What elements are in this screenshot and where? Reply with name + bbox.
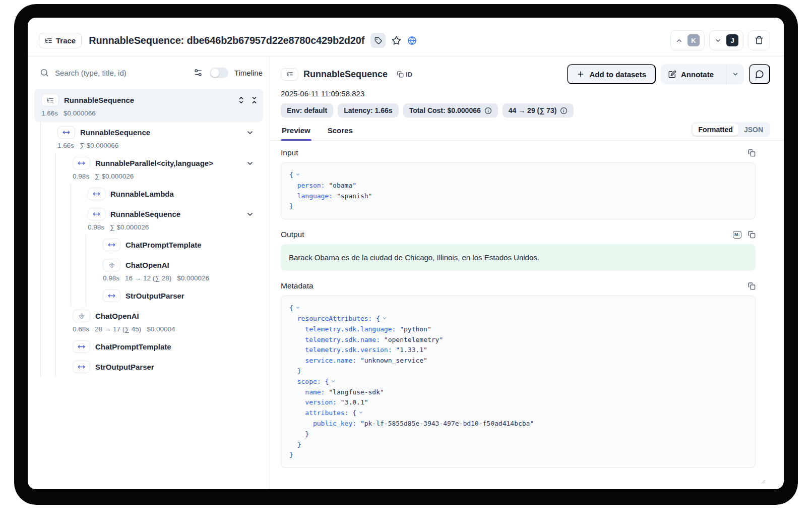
collapse-all-button[interactable] <box>251 96 258 104</box>
id-label: ID <box>406 71 412 78</box>
node-latency: 1.66s <box>57 142 74 149</box>
star-icon <box>392 36 401 45</box>
total-cost-badge[interactable]: Total Cost: $0.000066 <box>403 103 498 118</box>
collapse-node-button[interactable] <box>246 129 254 137</box>
node-name: ChatOpenAI <box>126 261 169 269</box>
tree-node[interactable]: RunnableParallel<city,language> 0.98s ∑ … <box>56 153 263 184</box>
comments-button[interactable] <box>749 64 770 84</box>
next-trace-button[interactable]: J <box>709 30 743 50</box>
node-metrics: 0.98s ∑ $0.000026 <box>73 171 263 181</box>
trace-badge-label: Trace <box>56 36 76 45</box>
chevron-down-icon <box>246 210 254 218</box>
node-metrics: 1.66s $0.000066 <box>41 108 258 118</box>
json-collapse-chevron-icon[interactable] <box>358 408 363 419</box>
output-text: Barack Obama es de la ciudad de Chicago,… <box>281 244 756 271</box>
tree-settings-button[interactable] <box>194 68 203 77</box>
tree-node[interactable]: ChatPromptTemplate <box>86 235 263 255</box>
search-input[interactable] <box>55 69 188 77</box>
tags-button[interactable] <box>370 33 386 48</box>
panel-resize-handle[interactable] <box>759 477 766 486</box>
tree-node[interactable]: RunnableSequence 1.66s ∑ $0.000066 <box>41 122 263 153</box>
json-collapse-chevron-icon[interactable] <box>295 170 300 181</box>
tree-node[interactable]: RunnableLambda <box>71 184 263 204</box>
copy-output-button[interactable] <box>747 230 756 239</box>
tree-node[interactable]: RunnableSequence 0.98s ∑ $0.000026 <box>71 204 263 235</box>
expand-all-button[interactable] <box>237 96 245 104</box>
tree-node[interactable]: ChatOpenAI 0.98s 16 → 12 (∑ 28) $0.00002… <box>86 255 263 285</box>
chevron-down-icon <box>714 37 722 44</box>
tree-node-root[interactable]: RunnableSequence 1.66s $0.000066 <box>34 89 263 122</box>
node-metrics: 0.98s ∑ $0.000026 <box>88 222 263 231</box>
node-latency: 1.66s <box>41 109 58 117</box>
span-icon <box>103 289 120 302</box>
detail-title: RunnableSequence <box>303 69 388 80</box>
span-icon <box>73 157 90 169</box>
collapse-node-button[interactable] <box>246 210 254 218</box>
json-collapse-chevron-icon[interactable] <box>331 377 336 387</box>
env-badge: Env: default <box>281 103 333 118</box>
timeline-label: Timeline <box>234 69 263 77</box>
tab-scores[interactable]: Scores <box>327 123 354 140</box>
node-name: StrOutputParser <box>95 363 154 371</box>
format-option-json[interactable]: JSON <box>738 124 769 136</box>
trace-type-badge: Trace <box>39 33 82 48</box>
copy-icon <box>397 71 404 78</box>
copy-input-button[interactable] <box>747 149 756 157</box>
shortcut-key-k: K <box>688 34 700 46</box>
trace-root-icon <box>41 94 59 106</box>
collapse-node-button[interactable] <box>246 159 254 167</box>
delete-trace-button[interactable] <box>748 30 770 50</box>
node-latency: 0.98s <box>88 223 104 231</box>
copy-id-button[interactable]: ID <box>397 71 412 78</box>
copy-metadata-button[interactable] <box>747 282 756 290</box>
metadata-json-viewer[interactable]: { resourceAttributes: { telemetry.sdk.la… <box>281 296 756 468</box>
info-icon <box>484 107 492 114</box>
annotate-dropdown-button[interactable] <box>726 64 744 84</box>
node-name: ChatOpenAI <box>95 312 139 320</box>
json-collapse-chevron-icon[interactable] <box>295 303 300 314</box>
node-name: RunnableParallel<city,language> <box>95 159 213 167</box>
node-metrics: 1.66s ∑ $0.000066 <box>57 141 263 150</box>
annotate-split-button: Annotate <box>661 64 744 84</box>
bookmark-star-button[interactable] <box>392 36 401 45</box>
tree-node[interactable]: StrOutputParser <box>56 357 263 377</box>
message-bubble-icon <box>755 70 764 79</box>
tree-node[interactable]: ChatOpenAI 0.68s 28 → 17 (∑ 45) $0.00004 <box>56 306 263 336</box>
toggle-knob <box>211 69 219 77</box>
node-latency: 0.98s <box>103 274 119 282</box>
output-section-label: Output <box>281 230 304 239</box>
tab-preview[interactable]: Preview <box>281 123 311 140</box>
public-share-button[interactable] <box>407 36 417 45</box>
format-option-formatted[interactable]: Formatted <box>693 124 738 136</box>
previous-trace-button[interactable]: K <box>670 30 705 50</box>
format-toggle: Formatted JSON <box>691 122 770 137</box>
latency-badge: Latency: 1.66s <box>338 103 399 118</box>
node-cost: ∑ $0.000026 <box>95 172 134 180</box>
trace-detail-window: Trace RunnableSequence: dbe646b2b67957d2… <box>28 18 784 489</box>
token-usage-badge[interactable]: 44 → 29 (∑ 73) <box>503 103 574 118</box>
annotate-button[interactable]: Annotate <box>661 64 721 84</box>
copy-icon <box>747 230 756 239</box>
plus-icon <box>577 70 585 78</box>
trash-icon <box>755 36 764 45</box>
generation-icon <box>73 310 90 322</box>
window-header: Trace RunnableSequence: dbe646b2b67957d2… <box>28 18 784 56</box>
markdown-toggle-button[interactable]: M↓ <box>733 231 741 239</box>
input-json-viewer[interactable]: { person: "obama" language: "spanish"} <box>281 162 756 219</box>
info-icon <box>560 107 568 114</box>
tree-node[interactable]: ChatPromptTemplate <box>56 336 263 357</box>
chevron-down-icon <box>732 71 739 78</box>
timeline-toggle[interactable] <box>210 68 228 78</box>
node-metrics: 0.98s 16 → 12 (∑ 28) $0.000026 <box>103 273 263 282</box>
node-name: RunnableSequence <box>64 96 134 104</box>
node-cost: ∑ $0.000026 <box>110 223 149 231</box>
trace-title: RunnableSequence: dbe646b2b67957d22e8780… <box>89 35 364 46</box>
node-name: RunnableLambda <box>110 190 174 198</box>
chevrons-down-up-icon <box>251 96 258 104</box>
tree-node[interactable]: StrOutputParser <box>86 285 263 306</box>
span-icon <box>88 208 105 220</box>
chevron-up-icon <box>675 37 683 44</box>
list-tree-icon <box>286 71 293 78</box>
add-to-datasets-button[interactable]: Add to datasets <box>567 64 656 84</box>
json-collapse-chevron-icon[interactable] <box>382 314 387 324</box>
